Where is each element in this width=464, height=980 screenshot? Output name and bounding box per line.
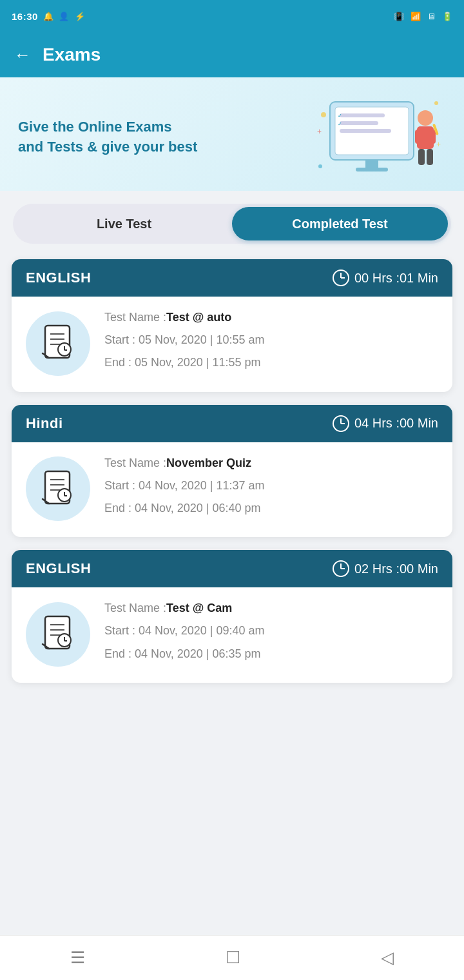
back-nav-icon[interactable]: ◁ bbox=[381, 948, 394, 968]
svg-rect-3 bbox=[340, 121, 378, 125]
start-date-line-0: Start : 05 Nov, 2020 | 10:55 am bbox=[104, 332, 438, 348]
test-icon-circle-1 bbox=[26, 456, 90, 521]
end-date-line-0: End : 05 Nov, 2020 | 11:55 pm bbox=[104, 355, 438, 371]
test-icon-circle-2 bbox=[26, 602, 90, 667]
banner-illustration: ✓ ✓ + + bbox=[317, 95, 446, 179]
person-icon: 👤 bbox=[59, 12, 70, 21]
notif-icon: 🔔 bbox=[43, 12, 54, 21]
exam-card-2[interactable]: ENGLISH 02 Hrs :00 Min bbox=[12, 550, 452, 683]
end-date-line-1: End : 04 Nov, 2020 | 06:40 pm bbox=[104, 500, 438, 516]
exam-card-1[interactable]: Hindi 04 Hrs :00 Min bbox=[12, 405, 452, 538]
banner-section: Give the Online Examsand Tests & give yo… bbox=[0, 77, 464, 191]
clock-icon-0 bbox=[333, 270, 349, 286]
status-bar: 16:30 🔔 👤 ⚡ 📳 📶 🖥 🔋 bbox=[0, 0, 464, 32]
card-info-1: Test Name :November Quiz Start : 04 Nov,… bbox=[104, 455, 438, 524]
test-name-line-2: Test Name :Test @ Cam bbox=[104, 600, 438, 616]
banner-text: Give the Online Examsand Tests & give yo… bbox=[18, 117, 197, 157]
vibrate-icon: 📳 bbox=[394, 12, 404, 21]
wifi-icon: 📶 bbox=[411, 12, 421, 21]
svg-rect-11 bbox=[415, 130, 421, 144]
card-subject-1: Hindi bbox=[26, 415, 63, 432]
clock-icon-1 bbox=[333, 415, 349, 432]
test-name-line-0: Test Name :Test @ auto bbox=[104, 309, 438, 326]
card-info-2: Test Name :Test @ Cam Start : 04 Nov, 20… bbox=[104, 600, 438, 669]
menu-nav-icon[interactable]: ☰ bbox=[70, 948, 85, 968]
svg-point-9 bbox=[418, 110, 433, 126]
svg-rect-8 bbox=[356, 168, 388, 172]
card-duration-1: 04 Hrs :00 Min bbox=[333, 415, 438, 432]
start-date-line-2: Start : 04 Nov, 2020 | 09:40 am bbox=[104, 623, 438, 639]
battery-icon: 🔋 bbox=[442, 12, 452, 21]
svg-text:✓: ✓ bbox=[338, 121, 342, 127]
svg-rect-7 bbox=[365, 160, 378, 168]
svg-text:✓: ✓ bbox=[338, 113, 342, 119]
test-name-line-1: Test Name :November Quiz bbox=[104, 455, 438, 471]
card-subject-0: ENGLISH bbox=[26, 270, 91, 286]
svg-text:+: + bbox=[436, 140, 441, 149]
bt-icon: ⚡ bbox=[75, 12, 86, 21]
bottom-nav: ☰ ☐ ◁ bbox=[0, 935, 464, 980]
home-nav-icon[interactable]: ☐ bbox=[226, 948, 240, 968]
status-time: 16:30 bbox=[12, 11, 38, 22]
svg-point-18 bbox=[318, 164, 322, 168]
svg-rect-13 bbox=[418, 149, 425, 165]
app-header: ← Exams bbox=[0, 32, 464, 77]
svg-rect-4 bbox=[340, 129, 391, 133]
card-body-0: Test Name :Test @ auto Start : 05 Nov, 2… bbox=[12, 297, 452, 392]
card-info-0: Test Name :Test @ auto Start : 05 Nov, 2… bbox=[104, 309, 438, 378]
card-header-2: ENGLISH 02 Hrs :00 Min bbox=[12, 550, 452, 587]
svg-rect-14 bbox=[427, 149, 433, 165]
start-date-line-1: Start : 04 Nov, 2020 | 11:37 am bbox=[104, 478, 438, 494]
card-body-2: Test Name :Test @ Cam Start : 04 Nov, 20… bbox=[12, 587, 452, 683]
card-header-0: ENGLISH 00 Hrs :01 Min bbox=[12, 259, 452, 297]
svg-rect-2 bbox=[340, 113, 385, 117]
exam-cards-container: ENGLISH 00 Hrs :01 Min bbox=[0, 250, 464, 734]
card-duration-0: 00 Hrs :01 Min bbox=[333, 270, 438, 286]
test-icon-circle-0 bbox=[26, 311, 90, 376]
screen-icon: 🖥 bbox=[427, 12, 436, 21]
status-bar-right: 📳 📶 🖥 🔋 bbox=[394, 12, 452, 21]
back-button[interactable]: ← bbox=[14, 45, 31, 65]
completed-test-tab[interactable]: Completed Test bbox=[232, 207, 448, 240]
live-test-tab[interactable]: Live Test bbox=[16, 207, 232, 240]
end-date-line-2: End : 04 Nov, 2020 | 06:35 pm bbox=[104, 646, 438, 662]
svg-text:+: + bbox=[317, 127, 322, 136]
svg-point-17 bbox=[434, 101, 438, 105]
status-bar-left: 16:30 🔔 👤 ⚡ bbox=[12, 11, 85, 22]
clock-icon-2 bbox=[333, 560, 349, 577]
exam-card-0[interactable]: ENGLISH 00 Hrs :01 Min bbox=[12, 259, 452, 392]
page-title: Exams bbox=[43, 44, 101, 65]
card-duration-2: 02 Hrs :00 Min bbox=[333, 560, 438, 577]
card-subject-2: ENGLISH bbox=[26, 560, 91, 577]
card-header-1: Hindi 04 Hrs :00 Min bbox=[12, 405, 452, 442]
tab-toggle: Live Test Completed Test bbox=[13, 204, 451, 244]
card-body-1: Test Name :November Quiz Start : 04 Nov,… bbox=[12, 442, 452, 538]
svg-point-16 bbox=[321, 112, 326, 117]
svg-rect-12 bbox=[429, 130, 436, 144]
